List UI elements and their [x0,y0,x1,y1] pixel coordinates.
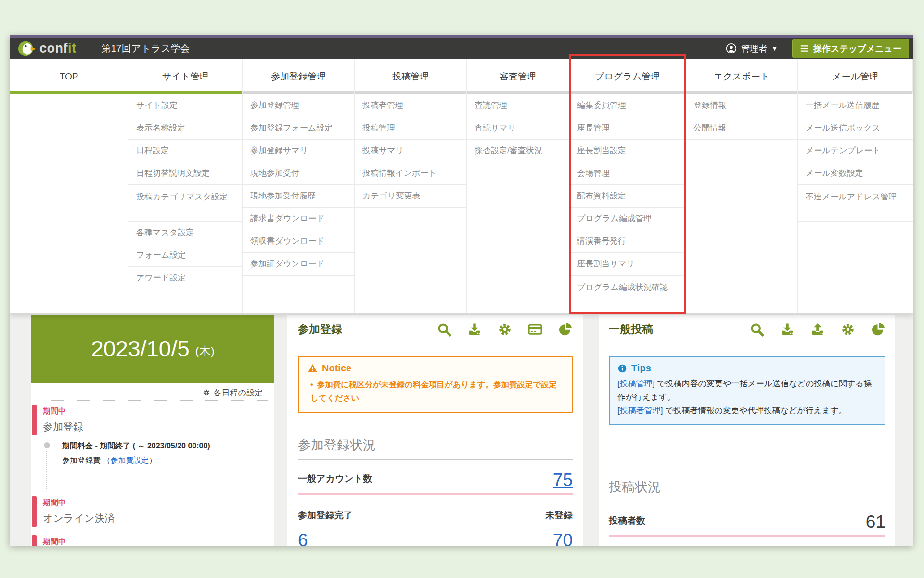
credit-card-icon[interactable] [528,322,542,337]
stat-label: 一般アカウント数 [298,473,372,489]
submission-status-heading: 投稿状況 [609,478,886,501]
menu-item-submission-import[interactable]: 投稿情報インポート [355,162,466,185]
menu-item-lecture-number[interactable]: 講演番号発行 [569,230,685,253]
tab-submission-admin[interactable]: 投稿管理 [355,59,467,94]
schedule-panel: 2023/10/5 (木) 各日程の設定 期間中 参加登録 期間料金 - 期間終… [31,315,274,546]
schedule-block-general-submission[interactable]: 期間中 一般投稿 [31,531,274,546]
tab-top[interactable]: TOP [10,59,128,94]
schedule-block-registration[interactable]: 期間中 参加登録 [31,401,274,438]
menu-item-registration-summary[interactable]: 参加登録サマリ [243,140,354,162]
step-menu-button[interactable]: 操作ステップメニュー [792,39,909,58]
menu-item-certificate-download[interactable]: 参加証ダウンロード [243,253,354,276]
menu-col-program-admin: 編集委員管理 座長管理 座長割当設定 会場管理 配布資料設定 プログラム編成管理… [569,94,686,313]
menu-col-submission-admin: 投稿者管理 投稿管理 投稿サマリ 投稿情報インポート カテゴリ変更表 [355,94,467,313]
menu-item-award-settings[interactable]: アワード設定 [128,267,242,289]
period-status-label: 期間中 [43,537,269,546]
menu-item-submission-admin[interactable]: 投稿管理 [355,117,466,140]
main-nav: TOP サイト管理 参加登録管理 投稿管理 審査管理 プログラム管理 エクスポー… [10,59,913,94]
search-icon[interactable] [437,322,451,337]
notice-link[interactable]: 参加費に税区分が未登録の料金項目があります。参加費設定で設定してください [310,380,557,402]
menu-item-handout-settings[interactable]: 配布資料設定 [569,185,685,208]
schedule-item-title: 参加登録 [43,420,269,434]
stat-value-link[interactable]: 75 [553,471,573,489]
menu-item-schedule-settings[interactable]: 日程設定 [128,140,242,162]
bullet: • [310,380,313,389]
submission-admin-link[interactable]: 投稿管理 [620,379,653,388]
pie-chart-icon[interactable] [871,322,886,337]
mega-menu-panel: サイト設定 表示名称設定 日程設定 日程切替説明文設定 投稿カテゴリマスタ設定 … [10,94,913,314]
stat-row-authors: 投稿者数 61 [609,513,886,537]
menu-item-submission-summary[interactable]: 投稿サマリ [355,140,466,162]
registration-status-heading: 参加登録状況 [298,436,573,460]
registration-panel-title: 参加登録 [298,322,342,337]
page-background: confit 第17回アトラス学会 管理者 ▼ 操作ステップメニュー TOP サ… [0,0,924,578]
menu-item-program-status[interactable]: プログラム編成状況確認 [569,276,685,312]
fee-settings-link[interactable]: 参加費設定 [110,456,149,464]
search-icon[interactable] [750,322,764,337]
tab-program-admin[interactable]: プログラム管理 [569,59,686,94]
menu-item-site-settings[interactable]: サイト設定 [128,94,242,117]
gear-icon[interactable] [841,322,855,337]
menu-item-acceptance-status[interactable]: 採否設定/審査状況 [467,140,569,162]
notice-title: Notice [322,363,351,374]
notice-box: Notice •参加費に税区分が未登録の料金項目があります。参加費設定で設定して… [298,356,573,413]
menu-item-program-organization[interactable]: プログラム編成管理 [569,208,685,230]
period-status-label: 期間中 [43,498,269,508]
menu-item-onsite-history[interactable]: 現地参加受付履歴 [243,185,354,208]
gear-icon[interactable] [498,322,512,337]
menu-item-receipt-download[interactable]: 領収書ダウンロード [243,230,354,253]
menu-item-schedule-switch-text[interactable]: 日程切替説明文設定 [128,162,242,185]
tab-review-admin[interactable]: 審査管理 [467,59,569,94]
registration-panel: 参加登録 Notice •参加費に税区分が未登録の [287,315,583,546]
step-menu-label: 操作ステップメニュー [813,43,901,54]
stat-value-link[interactable]: 6 [298,531,353,546]
user-menu[interactable]: 管理者 ▼ [726,43,778,54]
menu-item-mail-variables[interactable]: メール変数設定 [798,162,913,185]
info-icon [617,364,627,373]
menu-item-review-admin[interactable]: 査読管理 [467,94,569,117]
tab-export[interactable]: エクスポート [686,59,798,94]
conference-title: 第17回アトラス学会 [102,42,190,55]
menu-item-review-summary[interactable]: 査読サマリ [467,117,569,140]
menu-item-display-name-settings[interactable]: 表示名称設定 [128,117,242,140]
menu-item-onsite-reception[interactable]: 現地参加受付 [243,162,354,185]
menu-item-bounce-mail-admin[interactable]: 不達メールアドレス管理 [798,185,913,222]
submission-panel-title: 一般投稿 [609,322,653,337]
schedule-settings-link[interactable]: 各日程の設定 [31,383,274,399]
schedule-block-online-payment[interactable]: 期間中 オンライン決済 [31,492,274,530]
menu-item-author-admin[interactable]: 投稿者管理 [355,94,466,117]
menu-item-form-settings[interactable]: フォーム設定 [128,244,242,267]
tab-registration-admin[interactable]: 参加登録管理 [243,59,355,94]
menu-item-registration-admin[interactable]: 参加登録管理 [243,94,354,117]
menu-item-bulk-mail-history[interactable]: 一括メール送信履歴 [798,94,913,117]
menu-item-editorial-committee[interactable]: 編集委員管理 [569,94,685,117]
menu-item-mail-outbox[interactable]: メール送信ボックス [798,117,913,140]
stat-value-link[interactable]: 70 [553,531,573,546]
menu-item-chair-summary[interactable]: 座長割当サマリ [569,253,685,276]
menu-item-registered-info[interactable]: 登録情報 [686,94,797,117]
menu-item-invoice-download[interactable]: 請求書ダウンロード [243,208,354,230]
menu-item-category-change[interactable]: カテゴリ変更表 [355,185,466,208]
menu-item-category-master[interactable]: 投稿カテゴリマスタ設定 [128,185,242,222]
menu-item-chair-assignment[interactable]: 座長割当設定 [569,140,685,162]
chevron-down-icon: ▼ [771,45,778,52]
date-card: 2023/10/5 (木) [31,315,274,383]
download-icon[interactable] [467,322,482,337]
menu-item-public-info[interactable]: 公開情報 [686,117,797,140]
tips-box: Tips [投稿管理] で投稿内容の変更や一括メール送信などの投稿に関する操作が… [609,356,886,425]
tab-mail-admin[interactable]: メール管理 [798,59,913,94]
menu-item-venue-admin[interactable]: 会場管理 [569,162,685,185]
upload-icon[interactable] [810,322,825,337]
menu-item-mail-template[interactable]: メールテンプレート [798,140,913,162]
download-icon[interactable] [780,322,795,337]
menu-item-various-masters[interactable]: 各種マスタ設定 [128,222,242,244]
app-window: confit 第17回アトラス学会 管理者 ▼ 操作ステップメニュー TOP サ… [10,35,913,546]
tips-title: Tips [631,363,651,374]
menu-item-registration-form[interactable]: 参加登録フォーム設定 [243,117,354,140]
tab-site-admin[interactable]: サイト管理 [128,59,243,94]
confit-logo[interactable]: confit [18,40,77,57]
menu-item-chair-admin[interactable]: 座長管理 [569,117,685,140]
hamburger-icon [800,44,809,53]
pie-chart-icon[interactable] [558,322,573,337]
author-admin-link[interactable]: 投稿者管理 [620,406,661,415]
